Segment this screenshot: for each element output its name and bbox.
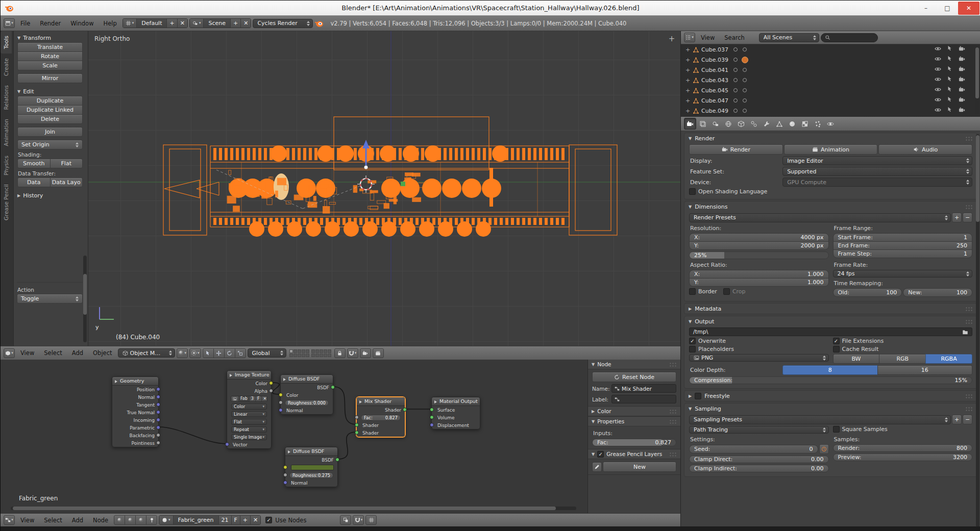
render-engine-menu[interactable]: Cycles Render — [253, 19, 313, 28]
use-nodes-checkbox[interactable] — [265, 517, 272, 523]
layer-cell[interactable] — [306, 349, 309, 353]
delete-button[interactable]: Delete — [17, 114, 83, 124]
clamp-direct-field[interactable]: Clamp Direct:0.00 — [689, 456, 829, 463]
repeat-node-menu[interactable]: Repeat▾ — [231, 426, 267, 433]
layer-cell[interactable] — [315, 349, 319, 353]
device-menu[interactable]: GPU Compute — [782, 178, 972, 187]
properties-tab-physics[interactable] — [824, 118, 837, 130]
24-fps-menu[interactable]: 24 fps — [833, 270, 973, 277]
node-title[interactable]: Diffuse BSDF — [285, 447, 337, 456]
opengl-render-button[interactable] — [360, 348, 371, 358]
rgb-toggle[interactable]: RGB — [879, 354, 926, 364]
socket[interactable] — [269, 389, 273, 393]
layer-cell[interactable] — [289, 353, 293, 357]
properties-tab-particles[interactable] — [812, 118, 824, 130]
y-field[interactable]: Y:1.000 — [689, 278, 829, 287]
render-presets-menu[interactable]: Render Presets — [689, 213, 951, 222]
render-toggle[interactable] — [959, 45, 965, 54]
expand-icon[interactable]: + — [685, 87, 693, 94]
socket[interactable] — [283, 473, 287, 477]
clamp-indirect-field[interactable]: Clamp Indirect:0.00 — [689, 465, 829, 472]
feature-set-menu[interactable]: Supported — [782, 167, 972, 176]
expand-icon[interactable]: + — [685, 57, 693, 63]
object-name[interactable]: Cube.043 — [701, 77, 728, 84]
visibility-toggle[interactable] — [935, 107, 941, 115]
properties-tab-render[interactable] — [684, 118, 696, 130]
linear-node-menu[interactable]: Linear▾ — [231, 411, 267, 417]
node-output[interactable]: Material OutputSurfaceVolumeDisplacement — [431, 397, 480, 429]
material-selector-browse[interactable]: ▾ — [159, 516, 173, 524]
properties-tab-world[interactable] — [722, 118, 734, 130]
minimize-button[interactable]: – — [915, 2, 937, 15]
socket[interactable] — [156, 418, 160, 422]
object-name[interactable]: Cube.047 — [701, 97, 728, 104]
sidebar-panel-properties[interactable]: ▼Properties — [588, 417, 680, 426]
rotate-button[interactable]: Rotate — [17, 52, 83, 61]
render-toggle[interactable] — [959, 107, 965, 115]
scene-selector-browse[interactable]: ▾ — [190, 19, 204, 28]
outliner-menu-search[interactable]: Search — [720, 34, 749, 41]
selectability-toggle[interactable] — [947, 96, 953, 105]
outliner-row-cube-049[interactable]: +Cube.049 — [681, 106, 980, 116]
socket[interactable] — [283, 481, 287, 485]
socket[interactable] — [403, 408, 407, 412]
pivot-center-button[interactable]: ▾ — [189, 348, 201, 358]
layer-cell[interactable] — [311, 349, 315, 353]
close-button[interactable]: ✕ — [958, 2, 979, 15]
compression-slider[interactable]: Compression:15% — [689, 376, 972, 384]
socket[interactable] — [156, 387, 160, 391]
png-menu[interactable]: PNG — [689, 354, 829, 362]
color-node-menu[interactable]: Color▾ — [231, 403, 267, 410]
sidebar-panel-color[interactable]: ▶Color — [588, 407, 680, 416]
translate-manipulator-button[interactable] — [213, 348, 225, 358]
toolshelf-tab-animation[interactable]: Animation — [1, 114, 12, 151]
visibility-toggle[interactable] — [935, 76, 941, 84]
selectability-toggle[interactable] — [947, 76, 953, 84]
layer-cell[interactable] — [293, 353, 297, 357]
square-samples-checkbox[interactable]: Square Samples — [833, 426, 973, 433]
outliner-scrollbar[interactable] — [975, 47, 979, 114]
render-field[interactable]: Render:800 — [833, 444, 973, 452]
overwrite-checkbox[interactable]: Overwrite — [689, 338, 829, 344]
menu-file[interactable]: File — [16, 20, 34, 27]
properties-tab-modifiers[interactable] — [761, 118, 773, 130]
layer-cell[interactable] — [293, 349, 297, 353]
socket[interactable] — [335, 458, 339, 462]
expand-icon[interactable]: + — [685, 108, 693, 114]
socket[interactable] — [430, 415, 434, 419]
sampling-presets-menu[interactable]: Sampling Presets — [689, 415, 951, 424]
world-shader-button[interactable] — [125, 515, 136, 525]
path-tracing-menu[interactable]: Path Tracing — [689, 426, 829, 434]
outliner-scope-menu[interactable]: All Scenes — [759, 33, 819, 42]
expand-icon[interactable]: + — [685, 46, 693, 53]
material-selector-fake-user[interactable]: F — [231, 516, 240, 524]
animate-seed-button[interactable] — [819, 444, 829, 454]
properties-tab-texture[interactable] — [799, 118, 811, 130]
layer-cell[interactable] — [298, 353, 301, 357]
fac-slider[interactable]: Fac:0.827 — [592, 439, 676, 446]
render-toggle[interactable] — [959, 96, 965, 105]
panel-header-edit[interactable]: ▼Edit — [17, 87, 83, 96]
socket[interactable] — [225, 442, 229, 446]
scene-selector-add[interactable]: + — [230, 19, 240, 28]
socket[interactable] — [331, 385, 335, 389]
roughness-node-field[interactable]: Roughness:0.000 — [285, 400, 329, 406]
scale-button[interactable]: Scale — [17, 61, 83, 70]
object-name[interactable]: Cube.039 — [701, 57, 728, 63]
outliner-row-cube-043[interactable]: +Cube.043 — [681, 75, 980, 85]
16-toggle[interactable]: 16 — [877, 365, 972, 375]
editor-type-info-button[interactable]: ▾ — [4, 18, 15, 28]
properties-tab-material[interactable] — [786, 118, 798, 130]
layer-cell[interactable] — [320, 353, 323, 357]
x-field[interactable]: X:4000 px — [689, 233, 829, 242]
screen-layout-selector-browse[interactable]: ▾ — [123, 19, 137, 28]
visibility-toggle[interactable] — [935, 86, 941, 94]
layer-cell[interactable] — [324, 349, 327, 353]
mirror-button[interactable]: Mirror — [17, 73, 83, 83]
smooth-button[interactable]: Smooth — [17, 159, 51, 168]
object-name[interactable]: Cube.041 — [701, 67, 728, 73]
node-title[interactable]: Mix Shader — [357, 397, 405, 406]
outliner-row-cube-047[interactable]: +Cube.047 — [681, 95, 980, 106]
image-datablock-selector[interactable]: Fab3F✕ — [231, 396, 267, 402]
seed-field[interactable]: Seed:0 — [689, 445, 818, 453]
